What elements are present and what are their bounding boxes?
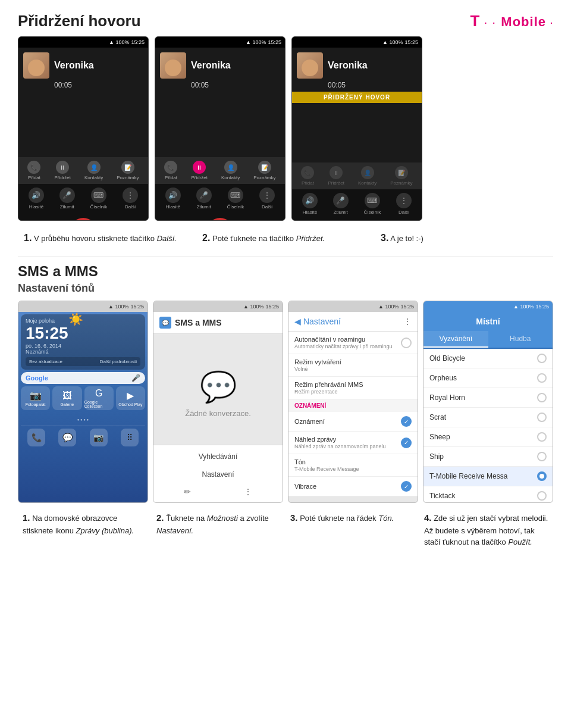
phone1-add-btn[interactable]: 📞 Přidat (27, 161, 40, 180)
google-search-bar[interactable]: Google 🎤 (21, 372, 145, 384)
settings-back-btn[interactable]: ◀ Nastavení (294, 317, 341, 326)
home-app-gallery-icon: 🖼 (62, 390, 72, 401)
phone1-hold-btn[interactable]: ⏸ Přidržet (54, 161, 71, 180)
step-3-text: A je to! :-) (390, 234, 423, 243)
phone1-end-call-btn[interactable]: 📵 (70, 218, 96, 221)
step-1: 1. V průběhu hovoru stisknete tlačítko D… (18, 232, 196, 245)
phone2-more-btn[interactable]: ⋮ Další (259, 188, 275, 210)
phone3-volume-btn[interactable]: 🔊 Hlasitě (302, 193, 318, 215)
ringtone-tab-hudba[interactable]: Hudba (488, 331, 553, 348)
ringtone-radio-ticktack[interactable] (537, 491, 547, 501)
phone2-action-bar: 📞 Přidat ⏸ Přidržet 👤 Kontakty 📝 Poznámk… (155, 157, 285, 184)
ringtone-radio-old-bicycle[interactable] (537, 354, 547, 363)
phone1-call-time: 00:05 (18, 81, 148, 89)
phone2-add-btn[interactable]: 📞 Přidat (164, 161, 177, 180)
phone3-hold-btn[interactable]: ⏸ Přidržet (328, 166, 344, 186)
phone2-dialpad-btn[interactable]: ⌨ Číselník (227, 188, 244, 210)
ringtone-item-royal-horn[interactable]: Royal Horn (423, 388, 553, 408)
settings-menu-icon[interactable]: ⋮ (403, 317, 412, 326)
ringtone-item-ticktack[interactable]: Ticktack (423, 486, 553, 503)
ringtone-item-royal-horn-label: Royal Horn (429, 393, 465, 402)
phone1-contacts-btn[interactable]: 👤 Kontakty (84, 161, 103, 180)
step2-3-text: Poté ťuknete na řádek Tón. (300, 514, 394, 523)
home-dock-more[interactable]: ⠿ (121, 429, 139, 446)
ringtone-radio-royal-horn[interactable] (537, 393, 547, 402)
phone3-bottom-bar: 🔊 Hlasitě 🎤 Ztlumit ⌨ Číselník ⋮ Další (292, 189, 422, 218)
home-app-play-label: Obchod Play (118, 402, 142, 407)
phone2-contacts-btn[interactable]: 👤 Kontakty (221, 161, 240, 180)
home-app-play[interactable]: ▶ Obchod Play (116, 386, 145, 410)
ringtone-item-orpheus[interactable]: Orpheus (423, 368, 553, 388)
home-app-camera[interactable]: 📷 Fotoaparát (21, 386, 50, 410)
settings-notification-item[interactable]: Oznámení ✓ (288, 412, 418, 432)
settings-roaming-item[interactable]: Autonačítání v roamingu Automaticky načí… (288, 332, 418, 354)
phone-screen-2: ▲ 100% 15:25 Veronika 00:05 📞 Přidat ⏸ P… (155, 36, 286, 221)
phone1-notes-btn[interactable]: 📝 Poznámky (117, 161, 139, 180)
sms-search-item[interactable]: Vyhledávání (157, 449, 279, 464)
home-dock-camera[interactable]: 📷 (90, 429, 108, 446)
phone1-more-btn[interactable]: ⋮ Další (123, 188, 138, 210)
phone1-avatar (23, 52, 49, 79)
phone2-hold-btn[interactable]: ⏸ Přidržet (191, 161, 208, 180)
ringtone-item-tmobile[interactable]: T-Mobile Receive Messa (423, 467, 553, 486)
home-apps-grid: 📷 Fotoaparát 🖼 Galerie G Google Collecti… (21, 386, 145, 410)
home-dock-messages[interactable]: 💬 (58, 429, 76, 446)
phone2-end-call-btn[interactable]: 📵 (207, 218, 233, 221)
ringtone-radio-orpheus[interactable] (537, 373, 547, 383)
phone3-add-btn[interactable]: 📞 Přidat (301, 166, 314, 186)
ringtone-item-ship[interactable]: Ship (423, 447, 553, 467)
step2-4-text: Zde si už jen stačí vybrat melodii. Až b… (424, 514, 548, 546)
settings-vibration-check[interactable]: ✓ (401, 481, 412, 492)
step-3-num: 3. (381, 233, 388, 243)
settings-preview-item[interactable]: Náhled zprávy Náhled zpráv na oznamovací… (288, 432, 418, 454)
sms-bottom-bar: Vyhledávání Nastavení ✏ ⋮ (153, 445, 283, 502)
settings-vibration-item[interactable]: Vibrace ✓ (288, 477, 418, 496)
settings-mms-item[interactable]: Režim přehrávání MMS Režim prezentace (288, 377, 418, 399)
step2-2: 2. Ťuknete na Možnosti a zvolíte Nastave… (152, 511, 286, 548)
settings-header: ◀ Nastavení ⋮ (288, 312, 418, 332)
sms-empty-area: 💬 Žádné konverzace. (153, 334, 283, 453)
phone3-contacts-btn[interactable]: 👤 Kontakty (358, 166, 377, 186)
ringtone-item-sheep[interactable]: Sheep (423, 427, 553, 447)
phone3-dialpad-btn[interactable]: ⌨ Číselník (363, 193, 381, 215)
home-dock: 📞 💬 📷 ⠿ (21, 426, 145, 449)
settings-tone-item[interactable]: Tón T-Mobile Receive Message (288, 454, 418, 477)
home-app-google[interactable]: G Google Collection (84, 386, 114, 410)
ringtone-item-scrat[interactable]: Scrat (423, 408, 553, 427)
settings-notification-check[interactable]: ✓ (401, 416, 412, 427)
phone1-mute-btn[interactable]: 🎤 Ztlumit (59, 188, 75, 210)
step-1-num: 1. (24, 233, 32, 243)
settings-roaming-toggle[interactable] (401, 338, 412, 348)
phone1-dialpad-btn[interactable]: ⌨ Číselník (90, 188, 107, 210)
step2-3-num: 3. (290, 513, 298, 523)
ringtone-radio-sheep[interactable] (537, 432, 547, 442)
settings-preview-check[interactable]: ✓ (401, 438, 412, 448)
phone3-end-call-bar: 📵 (292, 218, 422, 221)
phone3-mute-btn[interactable]: 🎤 Ztlumit (333, 193, 349, 215)
ringtone-tab-vyzvaneni[interactable]: Vyzvánění (423, 331, 488, 348)
phone2-volume-btn[interactable]: 🔊 Hlasitě (165, 188, 181, 210)
ringtone-item-sheep-label: Sheep (429, 433, 450, 441)
step2-1-num: 1. (23, 513, 30, 523)
sms-empty-text: Žádné konverzace. (185, 409, 251, 418)
ringtone-tabs: Vyzvánění Hudba (423, 331, 553, 349)
sms-settings-item[interactable]: Nastavení (157, 467, 279, 482)
phone2-end-call-bar: 📵 (155, 213, 285, 221)
ringtone-item-old-bicycle[interactable]: Old Bicycle (423, 349, 553, 368)
settings-vibration-title: Vibrace (294, 483, 316, 490)
phone3-more-btn[interactable]: ⋮ Další (396, 193, 412, 215)
settings-creation-title: Režim vytváření (294, 358, 412, 365)
phone2-contact-row: Veronika (155, 48, 285, 81)
home-app-google-label: Google Collection (84, 400, 114, 408)
phone3-notes-btn[interactable]: 📝 Poznámky (390, 166, 412, 186)
phone2-notes-btn[interactable]: 📝 Poznámky (253, 161, 275, 180)
home-dock-phone[interactable]: 📞 (27, 429, 45, 446)
ringtone-radio-scrat[interactable] (537, 413, 547, 422)
ringtone-radio-ship[interactable] (537, 452, 547, 461)
home-app-gallery[interactable]: 🖼 Galerie (52, 386, 81, 410)
phone2-mute-btn[interactable]: 🎤 Ztlumit (196, 188, 212, 210)
ringtone-radio-tmobile[interactable] (537, 471, 547, 481)
phone1-volume-btn[interactable]: 🔊 Hlasitě (29, 188, 44, 210)
phone2-avatar (160, 52, 186, 79)
settings-creation-item[interactable]: Režim vytváření Volné (288, 354, 418, 377)
